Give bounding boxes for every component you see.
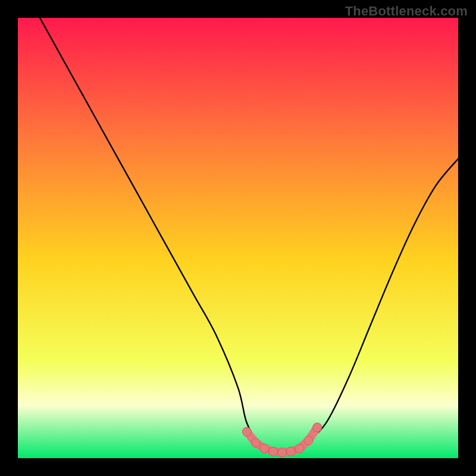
marker-dot [304,436,313,445]
watermark-text: TheBottleneck.com [345,4,468,19]
marker-dot [278,448,287,457]
plot-area [18,18,458,458]
marker-dot [260,444,269,453]
marker-dot [242,427,251,436]
chart-frame: TheBottleneck.com [0,0,476,476]
gradient-background [18,18,458,458]
marker-dot [269,447,278,456]
marker-dot [251,439,260,447]
marker-dot [286,447,295,456]
marker-dot [313,423,322,432]
chart-svg [18,18,458,458]
marker-dot [295,444,304,453]
